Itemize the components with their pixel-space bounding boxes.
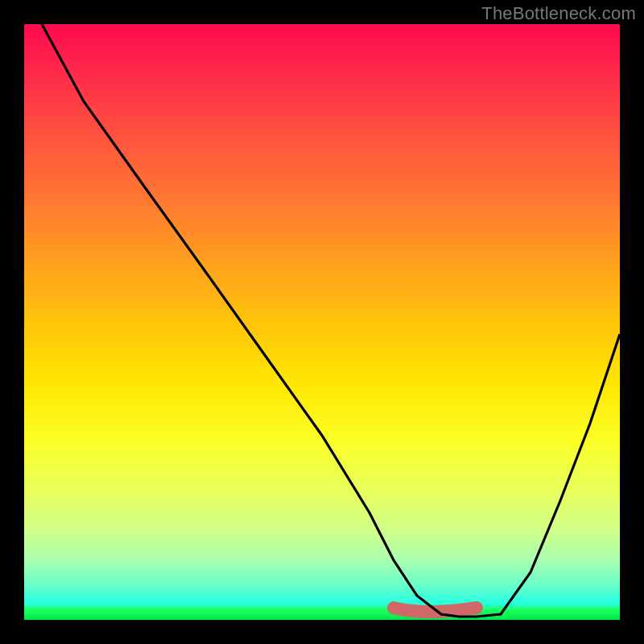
chart-frame: TheBottleneck.com [0, 0, 644, 644]
watermark-text: TheBottleneck.com [481, 3, 636, 24]
plot-area [24, 24, 620, 620]
main-curve [42, 24, 620, 617]
curve-svg [24, 24, 620, 620]
